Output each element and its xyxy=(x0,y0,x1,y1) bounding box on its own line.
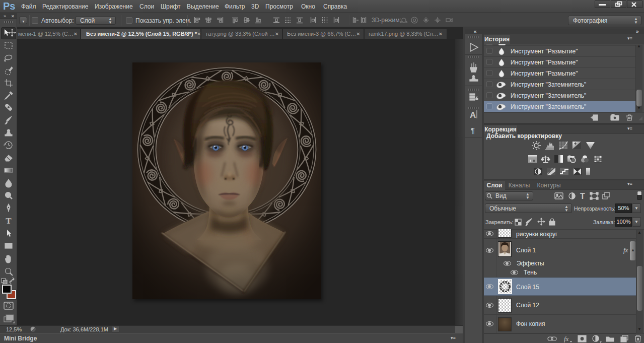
svg-text:T: T xyxy=(580,192,585,200)
svg-text:3D-режим:: 3D-режим: xyxy=(372,17,401,24)
svg-text:T: T xyxy=(6,216,12,226)
svg-text:A: A xyxy=(470,110,476,120)
svg-text:fx: fx xyxy=(564,335,569,342)
svg-text:¶: ¶ xyxy=(471,126,475,134)
